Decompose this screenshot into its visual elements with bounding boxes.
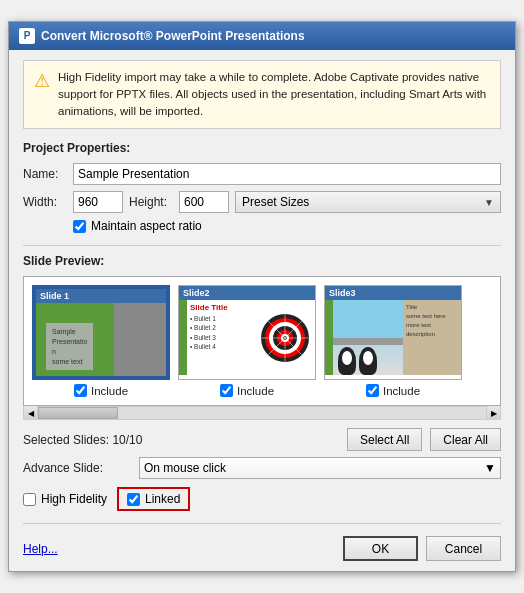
warning-icon: ⚠	[34, 70, 50, 92]
scroll-thumb[interactable]	[38, 407, 118, 419]
slide-1-bg: SamplePresentationsome text	[36, 303, 166, 376]
slide-3-inner: Slide3	[325, 286, 461, 379]
slide-3-content: Titlesome text heremore textdescription	[325, 300, 461, 375]
scroll-track[interactable]	[38, 407, 486, 419]
slide-1-thumb[interactable]: Slide 1 SamplePresentationsome text	[32, 285, 170, 380]
slide-2-include-label: Include	[237, 385, 274, 397]
info-text: High Fidelity import may take a while to…	[58, 69, 490, 121]
name-label: Name:	[23, 167, 67, 181]
high-fidelity-checkbox[interactable]	[23, 493, 36, 506]
title-bar: P Convert Microsoft® PowerPoint Presenta…	[9, 22, 515, 50]
horizontal-scrollbar[interactable]: ◀ ▶	[23, 406, 501, 420]
slide-preview-label: Slide Preview:	[23, 254, 501, 268]
linked-box: Linked	[117, 487, 190, 511]
slide-1-item[interactable]: Slide 1 SamplePresentationsome text Incl…	[32, 285, 170, 397]
slide-3-checkbox[interactable]	[366, 384, 379, 397]
action-buttons: Select All Clear All	[347, 428, 501, 451]
slide-2-content: Slide Title • Bullet 1• Bullet 2• Bullet…	[179, 300, 315, 375]
maintain-aspect-label: Maintain aspect ratio	[91, 219, 202, 233]
high-fidelity-label: High Fidelity	[41, 492, 107, 506]
selected-slides-label: Selected Slides: 10/10	[23, 433, 142, 447]
slide-1-title-bar: Slide 1	[36, 289, 166, 303]
advance-slide-value: On mouse click	[144, 461, 226, 475]
linked-row: High Fidelity Linked	[23, 487, 501, 511]
slide-2-left: Slide Title • Bullet 1• Bullet 2• Bullet…	[187, 300, 255, 375]
dialog-body: ⚠ High Fidelity import may take a while …	[9, 50, 515, 572]
size-row: Width: Height: Preset Sizes ▼	[23, 191, 501, 213]
high-fidelity-check: High Fidelity	[23, 492, 107, 506]
slide-3-item[interactable]: Slide3	[324, 285, 462, 397]
slide-3-include-label: Include	[383, 385, 420, 397]
slide-3-text: Titlesome text heremore textdescription	[406, 303, 458, 339]
help-link[interactable]: Help...	[23, 542, 58, 556]
slide-2-inner: Slide2 Slide Title • Bullet 1• Bullet 2•…	[179, 286, 315, 379]
width-input[interactable]	[73, 191, 123, 213]
bottom-row: Help... OK Cancel	[23, 532, 501, 561]
advance-slide-dropdown[interactable]: On mouse click ▼	[139, 457, 501, 479]
preset-sizes-label: Preset Sizes	[242, 195, 309, 209]
slide-2-slide-title: Slide Title	[190, 303, 252, 312]
project-properties: Project Properties: Name: Width: Height:…	[23, 141, 501, 233]
ok-button[interactable]: OK	[343, 536, 418, 561]
slides-container: Slide 1 SamplePresentationsome text Incl…	[23, 276, 501, 406]
slide-3-image	[333, 300, 403, 375]
slide-2-thumb[interactable]: Slide2 Slide Title • Bullet 1• Bullet 2•…	[178, 285, 316, 380]
slide-1-inner: Slide 1 SamplePresentationsome text	[36, 289, 166, 376]
scroll-left-button[interactable]: ◀	[24, 406, 38, 420]
linked-label: Linked	[145, 492, 180, 506]
slide-1-text: SamplePresentationsome text	[46, 323, 93, 370]
preset-arrow-icon: ▼	[484, 197, 494, 208]
name-row: Name:	[23, 163, 501, 185]
slide-1-include: Include	[74, 384, 128, 397]
advance-slide-row: Advance Slide: On mouse click ▼	[23, 457, 501, 479]
linked-checkbox[interactable]	[127, 493, 140, 506]
maintain-aspect-row: Maintain aspect ratio	[73, 219, 501, 233]
penguin-1	[338, 347, 356, 375]
slide-2-right	[255, 300, 315, 375]
slide-2-bullets: • Bullet 1• Bullet 2• Bullet 3• Bullet 4	[190, 314, 252, 350]
convert-ppt-dialog: P Convert Microsoft® PowerPoint Presenta…	[8, 21, 516, 573]
clear-all-button[interactable]: Clear All	[430, 428, 501, 451]
name-input[interactable]	[73, 163, 501, 185]
slide-3-include: Include	[366, 384, 420, 397]
project-properties-label: Project Properties:	[23, 141, 501, 155]
scroll-right-button[interactable]: ▶	[486, 406, 500, 420]
selected-slides-row: Selected Slides: 10/10 Select All Clear …	[23, 428, 501, 451]
slide-2-checkbox[interactable]	[220, 384, 233, 397]
advance-slide-label: Advance Slide:	[23, 461, 133, 475]
select-all-button[interactable]: Select All	[347, 428, 422, 451]
slide-3-right: Titlesome text heremore textdescription	[403, 300, 461, 375]
dialog-title: Convert Microsoft® PowerPoint Presentati…	[41, 29, 305, 43]
slide-1-checkbox[interactable]	[74, 384, 87, 397]
slide-2-title-bar: Slide2	[179, 286, 315, 300]
width-label: Width:	[23, 195, 67, 209]
preset-sizes-dropdown[interactable]: Preset Sizes ▼	[235, 191, 501, 213]
slide-preview-section: Slide Preview: Slide 1 SamplePresentatio…	[23, 254, 501, 420]
cancel-button[interactable]: Cancel	[426, 536, 501, 561]
slide-2-include: Include	[220, 384, 274, 397]
maintain-aspect-checkbox[interactable]	[73, 220, 86, 233]
slide-1-include-label: Include	[91, 385, 128, 397]
advance-slide-arrow-icon: ▼	[484, 461, 496, 475]
slide-3-thumb[interactable]: Slide3	[324, 285, 462, 380]
height-label: Height:	[129, 195, 173, 209]
penguin-2	[359, 347, 377, 375]
dartboard-icon	[260, 313, 310, 363]
info-box: ⚠ High Fidelity import may take a while …	[23, 60, 501, 130]
dialog-icon: P	[19, 28, 35, 44]
penguin-area	[338, 347, 377, 375]
height-input[interactable]	[179, 191, 229, 213]
slide-2-item[interactable]: Slide2 Slide Title • Bullet 1• Bullet 2•…	[178, 285, 316, 397]
bottom-buttons: OK Cancel	[343, 536, 501, 561]
slide-3-title-bar: Slide3	[325, 286, 461, 300]
